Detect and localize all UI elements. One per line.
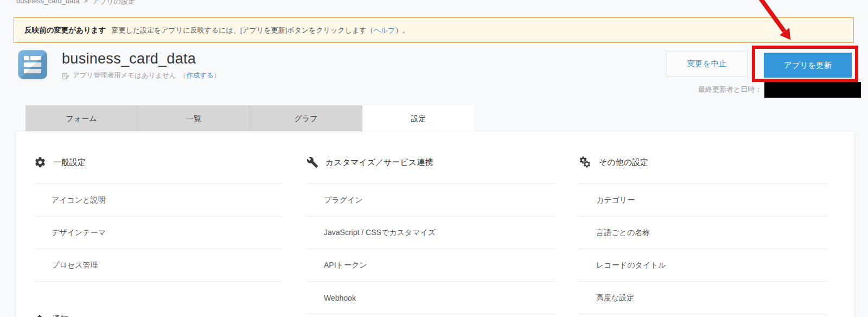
app-icon — [18, 50, 47, 79]
section-header-notifications: 通知 — [34, 308, 282, 317]
list-item-plugin[interactable]: プラグイン — [307, 183, 554, 216]
page-title: business_card_data — [62, 50, 220, 67]
section-header-other: その他の設定 — [579, 151, 827, 174]
bell-icon — [34, 313, 45, 317]
breadcrumb-page[interactable]: アプリの設定 — [92, 0, 135, 7]
section-title-general: 一般設定 — [53, 157, 86, 168]
section-header-customize: カスタマイズ／サービス連携 — [307, 151, 554, 174]
memo-create-link[interactable]: 作成する — [186, 72, 214, 79]
settings-column-general: 一般設定 アイコンと説明 デザインテーマ プロセス管理 通知 — [34, 151, 282, 317]
section-title-customize: カスタマイズ／サービス連携 — [326, 157, 433, 168]
tab-graph[interactable]: グラフ — [250, 105, 362, 131]
redacted-last-updated-value — [764, 82, 861, 98]
list-item-api-token[interactable]: APIトークン — [307, 249, 554, 281]
wrench-icon — [307, 156, 318, 168]
other-settings-list: カテゴリー 言語ごとの名称 レコードのタイトル 高度な設定 — [579, 183, 827, 314]
list-item-webhook[interactable]: Webhook — [307, 281, 554, 314]
last-updated-row: 最終更新者と日時： — [698, 81, 861, 98]
tab-settings[interactable]: 設定 — [362, 105, 475, 131]
app-form-glyph-icon — [24, 56, 41, 75]
help-link[interactable]: ヘルプ — [374, 26, 395, 35]
list-item-design-theme[interactable]: デザインテーマ — [34, 216, 282, 249]
list-item-language-names[interactable]: 言語ごとの名称 — [579, 216, 827, 249]
customize-settings-list: プラグイン JavaScript / CSSでカスタマイズ APIトークン We… — [307, 183, 554, 314]
breadcrumb: business_card_data > アプリの設定 — [16, 0, 135, 7]
list-item-category[interactable]: カテゴリー — [579, 183, 827, 216]
memo-text: アプリ管理者用メモはありません — [73, 71, 176, 80]
banner-text: 変更した設定をアプリに反映するには、[アプリを更新]ボタンをクリックします（ — [111, 26, 373, 35]
memo-icon — [62, 72, 69, 80]
cancel-changes-button[interactable]: 変更を中止 — [666, 51, 748, 77]
breadcrumb-separator: > — [84, 0, 88, 7]
app-header: business_card_data アプリ管理者用メモはありません （作成する… — [18, 50, 220, 80]
last-updated-label: 最終更新者と日時： — [698, 85, 762, 94]
list-item-process-management[interactable]: プロセス管理 — [34, 249, 282, 281]
list-item-js-css[interactable]: JavaScript / CSSでカスタマイズ — [307, 216, 554, 249]
section-title-notifications: 通知 — [52, 314, 68, 317]
section-title-other: その他の設定 — [599, 157, 648, 168]
update-app-button[interactable]: アプリを更新 — [764, 53, 852, 78]
banner-bold-text: 反映前の変更があります — [24, 26, 106, 35]
settings-panel: 一般設定 アイコンと説明 デザインテーマ プロセス管理 通知 カスタマイズ — [16, 131, 854, 317]
breadcrumb-app-link[interactable]: business_card_data — [16, 0, 79, 7]
memo-create-wrap: （作成する） — [180, 71, 221, 80]
gear-icon — [34, 156, 46, 168]
list-item-record-title[interactable]: レコードのタイトル — [579, 249, 827, 281]
gears-icon — [579, 156, 592, 168]
list-item-icon-description[interactable]: アイコンと説明 — [34, 183, 282, 216]
tab-form[interactable]: フォーム — [25, 105, 138, 131]
section-header-general: 一般設定 — [34, 151, 282, 174]
general-settings-list: アイコンと説明 デザインテーマ プロセス管理 — [34, 183, 282, 281]
tab-list[interactable]: 一覧 — [138, 105, 250, 131]
settings-column-customize: カスタマイズ／サービス連携 プラグイン JavaScript / CSSでカスタ… — [307, 151, 554, 317]
settings-column-other: その他の設定 カテゴリー 言語ごとの名称 レコードのタイトル 高度な設定 — [579, 151, 827, 317]
tab-bar: フォーム 一覧 グラフ 設定 — [25, 105, 475, 131]
list-item-advanced[interactable]: 高度な設定 — [579, 281, 827, 314]
pre-deploy-warning-banner: 反映前の変更があります 変更した設定をアプリに反映するには、[アプリを更新]ボタ… — [14, 17, 854, 43]
banner-suffix: ）。 — [395, 26, 409, 35]
